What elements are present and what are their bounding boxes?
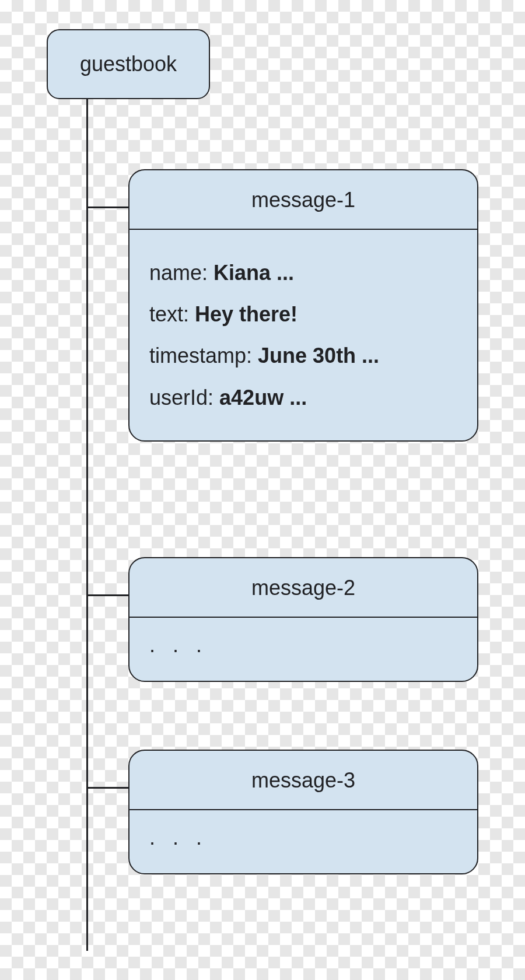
field-value: Hey there! [195,302,298,326]
field-key: name: [149,261,208,285]
field-key: timestamp: [149,344,252,368]
collection-label: guestbook [80,52,177,76]
diagram-stage: guestbook message-1 name: Kiana ... text… [0,0,525,980]
field-value: a42uw ... [219,386,307,410]
field-row: name: Kiana ... [149,260,457,285]
document-node-message-3: message-3 . . . [128,750,478,874]
tree-branch-line [86,594,128,596]
ellipsis-text: . . . [149,633,208,657]
document-body-ellipsis: . . . [130,810,477,873]
tree-branch-line [86,206,128,208]
document-id-label: message-2 [251,576,355,600]
tree-branch-line [86,787,128,789]
tree-trunk-line [86,99,88,951]
field-key: text: [149,302,189,326]
ellipsis-text: . . . [149,825,208,849]
document-id-label: message-3 [251,768,355,792]
collection-node-guestbook: guestbook [47,29,210,99]
document-title: message-1 [130,170,477,230]
field-value: Kiana ... [214,261,294,285]
document-body-ellipsis: . . . [130,618,477,681]
field-value: June 30th ... [258,344,379,368]
document-title: message-2 [130,558,477,618]
document-node-message-1: message-1 name: Kiana ... text: Hey ther… [128,169,478,442]
document-body: name: Kiana ... text: Hey there! timesta… [130,230,477,440]
document-title: message-3 [130,751,477,810]
document-node-message-2: message-2 . . . [128,557,478,682]
field-row: text: Hey there! [149,302,457,327]
field-row: userId: a42uw ... [149,385,457,410]
field-row: timestamp: June 30th ... [149,343,457,368]
field-key: userId: [149,386,214,410]
document-id-label: message-1 [251,188,355,212]
